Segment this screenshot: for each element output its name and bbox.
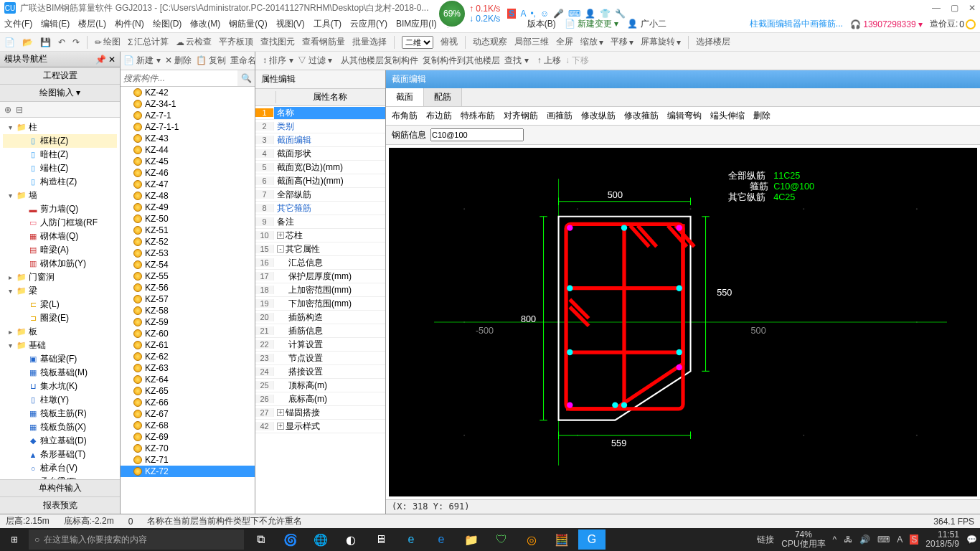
section-tool-1[interactable]: 布边筋: [426, 110, 452, 122]
property-row[interactable]: 6截面高(H边)(mm): [255, 174, 385, 188]
section-tool-6[interactable]: 修改箍筋: [624, 110, 659, 122]
app-icon-edge[interactable]: e: [397, 529, 425, 550]
component-item[interactable]: KZ-44: [121, 144, 255, 156]
perf-bubble[interactable]: 69%: [438, 0, 466, 28]
menu-bim[interactable]: BIM应用(I): [396, 18, 437, 30]
move-up-button[interactable]: ↑ 上移: [537, 55, 561, 67]
filter-button[interactable]: ▽ 过滤 ▾: [298, 55, 333, 67]
minimize-button[interactable]: —: [932, 3, 941, 13]
property-row[interactable]: 18上加密范围(mm): [255, 283, 385, 297]
flat-top-button[interactable]: 平齐板顶: [219, 36, 253, 48]
save-icon[interactable]: 💾: [40, 37, 51, 47]
open-icon[interactable]: 📂: [22, 37, 33, 47]
ime-icon-smile[interactable]: ☺: [540, 9, 549, 19]
tree-node[interactable]: ▯柱墩(Y): [3, 393, 117, 407]
component-item[interactable]: KZ-61: [121, 339, 255, 351]
new-file-icon[interactable]: 📄: [4, 37, 15, 47]
property-row[interactable]: 19下加密范围(mm): [255, 297, 385, 311]
tree-node[interactable]: ▦筏板基础(M): [3, 366, 117, 380]
pan-button[interactable]: 平移 ▾: [611, 36, 633, 48]
cloud-check-button[interactable]: ☁ 云检查: [176, 36, 212, 48]
property-row[interactable]: 16汇总信息: [255, 256, 385, 270]
tray-net-icon[interactable]: 🖧: [844, 534, 852, 545]
menu-cloud[interactable]: 云应用(Y): [350, 18, 387, 30]
component-item[interactable]: KZ-46: [121, 167, 255, 179]
user-name[interactable]: 广小二: [641, 19, 666, 29]
component-item[interactable]: KZ-70: [121, 443, 255, 454]
tree-node[interactable]: ○桩承台(V): [3, 461, 117, 475]
ime-icon-shirt[interactable]: 👕: [600, 9, 611, 19]
nav-footer-report[interactable]: 报表预览: [0, 496, 120, 514]
select-floor-button[interactable]: 选择楼层: [696, 36, 730, 48]
section-tool-0[interactable]: 布角筋: [392, 110, 418, 122]
start-button[interactable]: ⊞: [3, 529, 26, 550]
property-row[interactable]: 7全部纵筋: [255, 188, 385, 202]
nav-icon1[interactable]: ⊕: [4, 105, 11, 115]
tree-node[interactable]: ▬剪力墙(Q): [3, 202, 117, 216]
context-link[interactable]: 柱截面编辑器中画箍筋...: [750, 18, 843, 30]
app-icon-orange[interactable]: ◎: [518, 529, 545, 550]
section-tool-5[interactable]: 修改纵筋: [581, 110, 616, 122]
menu-component[interactable]: 构件(N): [115, 18, 144, 30]
move-down-button[interactable]: ↓ 下移: [565, 55, 589, 67]
section-tool-7[interactable]: 编辑弯钩: [667, 110, 702, 122]
rotate-button[interactable]: 屏幕旋转 ▾: [641, 36, 681, 48]
menu-draw[interactable]: 绘图(D): [153, 18, 182, 30]
component-item[interactable]: KZ-63: [121, 362, 255, 374]
app-icon-ie[interactable]: e: [428, 529, 455, 550]
comp-delete-button[interactable]: ✕ 删除: [165, 55, 192, 67]
app-icon-4[interactable]: 🖥: [367, 529, 395, 550]
component-item[interactable]: KZ-62: [121, 351, 255, 362]
ime-icon-wrench[interactable]: 🔧: [615, 9, 626, 19]
close-button[interactable]: ✕: [969, 3, 976, 13]
component-item[interactable]: KZ-51: [121, 225, 255, 236]
app-icon-3[interactable]: ◐: [337, 529, 364, 550]
comp-copy-button[interactable]: 📋 复制: [196, 55, 226, 67]
menu-floor[interactable]: 楼层(L): [78, 18, 106, 30]
rebar-info-input[interactable]: [430, 128, 524, 141]
taskbar-search[interactable]: ○ 在这里输入你要搜索的内容: [29, 529, 244, 550]
component-item[interactable]: KZ-43: [121, 133, 255, 144]
nav-footer-single[interactable]: 单构件输入: [0, 479, 120, 496]
search-icon[interactable]: 🔍: [237, 70, 255, 86]
sort-button[interactable]: ↕ 排序 ▾: [263, 55, 293, 67]
tray-vol-icon[interactable]: 🔊: [859, 534, 870, 545]
tree-node[interactable]: ▾📁柱: [3, 121, 117, 134]
batch-select-button[interactable]: 批量选择: [352, 36, 387, 48]
ime-icon-kbd[interactable]: ⌨: [568, 9, 580, 19]
section-tool-2[interactable]: 特殊布筋: [461, 110, 495, 122]
component-item[interactable]: KZ-49: [121, 202, 255, 213]
ime-icon-mic[interactable]: 🎤: [553, 9, 564, 19]
copy-from-floor-button[interactable]: 从其他楼层复制构件: [341, 55, 418, 67]
menu-tools[interactable]: 工具(T): [314, 18, 341, 30]
tree-node[interactable]: ◆独立基础(D): [3, 434, 117, 448]
menu-modify[interactable]: 修改(M): [190, 18, 220, 30]
tree-node[interactable]: ▸📁门窗洞: [3, 270, 117, 284]
ime-icon-a[interactable]: A: [520, 9, 526, 19]
draw-button[interactable]: ✏ 绘图: [95, 36, 121, 48]
app-icon-360[interactable]: 🛡: [488, 529, 515, 550]
fullscreen-button[interactable]: 全屏: [556, 36, 573, 48]
dyn-view-button[interactable]: 动态观察: [473, 36, 507, 48]
component-item[interactable]: KZ-56: [121, 282, 255, 293]
app-icon-calc[interactable]: 🧮: [548, 529, 575, 550]
task-view-icon[interactable]: ⧉: [247, 529, 274, 550]
view-rebar-button[interactable]: 查看钢筋量: [302, 36, 345, 48]
app-icon-ggj[interactable]: G: [578, 529, 606, 550]
tray-connect[interactable]: 链接: [757, 534, 774, 546]
ime-icon-punct[interactable]: •,: [530, 9, 536, 19]
property-row[interactable]: 26底标高(m): [255, 392, 385, 406]
component-item[interactable]: KZ-53: [121, 248, 255, 259]
property-row[interactable]: 10+ 芯柱: [255, 229, 385, 242]
tree-node[interactable]: ▸📁板: [3, 325, 117, 339]
nav-icon2[interactable]: ⊟: [16, 105, 23, 115]
tree-node[interactable]: ▾📁墙: [3, 189, 117, 202]
tray-sogou-icon[interactable]: S: [910, 534, 918, 545]
property-row[interactable]: 4截面形状: [255, 147, 385, 161]
tree-node[interactable]: ▯端柱(Z): [3, 161, 117, 175]
component-item[interactable]: KZ-68: [121, 420, 255, 431]
nav-pin-icon[interactable]: 📌 ✕: [95, 55, 116, 65]
component-item[interactable]: KZ-57: [121, 293, 255, 305]
property-row[interactable]: 42+ 显示样式: [255, 420, 385, 433]
property-row[interactable]: 25顶标高(m): [255, 379, 385, 392]
